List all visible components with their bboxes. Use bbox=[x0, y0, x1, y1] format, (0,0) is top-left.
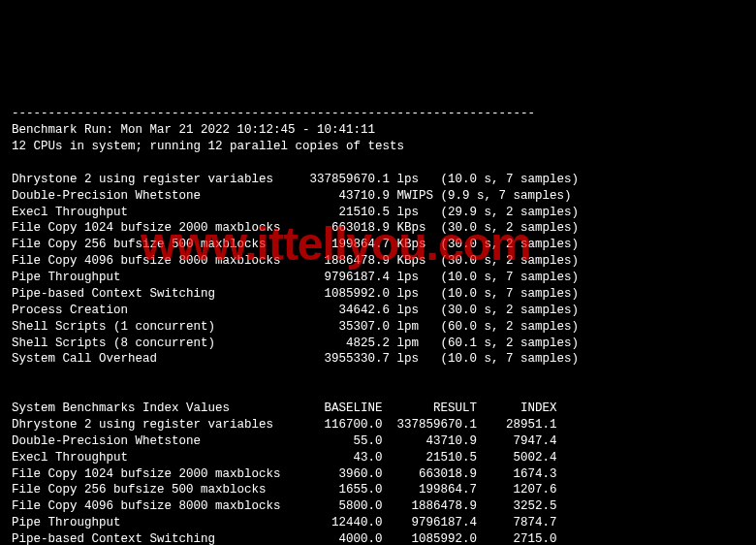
results-block: Dhrystone 2 using register variables 337… bbox=[12, 172, 744, 369]
separator-top: ----------------------------------------… bbox=[12, 107, 535, 120]
cpu-info-line: 12 CPUs in system; running 12 parallel c… bbox=[12, 140, 404, 153]
index-block: System Benchmarks Index Values BASELINE … bbox=[12, 401, 744, 545]
terminal-output: ----------------------------------------… bbox=[12, 106, 744, 545]
benchmark-run-line: Benchmark Run: Mon Mar 21 2022 10:12:45 … bbox=[12, 123, 375, 137]
